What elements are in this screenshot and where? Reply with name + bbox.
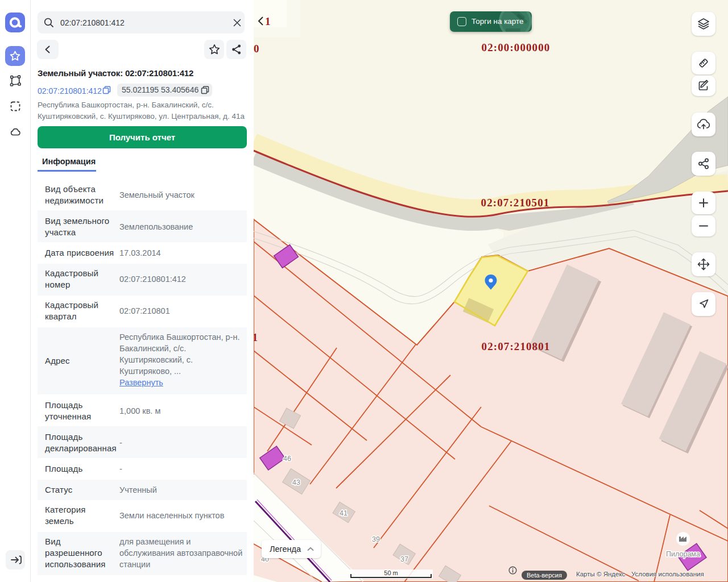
svg-text:Пилорама: Пилорама (666, 550, 700, 558)
svg-text:02:07:210801: 02:07:210801 (482, 340, 551, 352)
svg-text:39: 39 (372, 535, 380, 543)
svg-text:43: 43 (292, 479, 300, 487)
svg-text:02:00:000000: 02:00:000000 (482, 41, 551, 53)
svg-text:0: 0 (254, 43, 259, 55)
svg-text:41: 41 (340, 509, 348, 517)
svg-text:46: 46 (283, 455, 291, 463)
svg-text:1: 1 (265, 15, 271, 27)
svg-text:37: 37 (400, 555, 408, 563)
svg-text:02:07:210501: 02:07:210501 (481, 197, 550, 209)
svg-text:1: 1 (254, 332, 258, 343)
